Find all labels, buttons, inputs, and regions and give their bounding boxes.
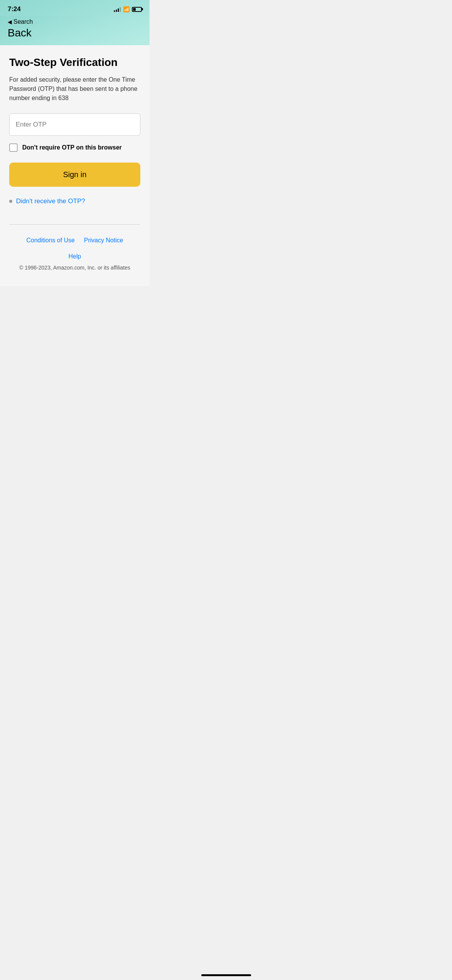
otp-resend-row: Didn't receive the OTP? [9, 197, 140, 205]
help-link[interactable]: Help [69, 253, 81, 260]
privacy-link[interactable]: Privacy Notice [84, 237, 123, 244]
search-back: ◀ Search [8, 18, 142, 25]
description-text: For added security, please enter the One… [9, 75, 140, 103]
otp-checkbox-label: Don't require OTP on this browser [22, 144, 122, 151]
search-label: Search [13, 18, 33, 25]
otp-checkbox[interactable] [9, 143, 18, 152]
copyright-text: © 1996-2023, Amazon.com, Inc. or its aff… [17, 265, 133, 271]
back-button[interactable]: Back [8, 27, 142, 39]
bullet-icon [9, 200, 12, 203]
wifi-icon: 📶 [123, 6, 130, 12]
signal-icon [114, 7, 121, 12]
status-icons: 📶 [114, 6, 142, 12]
chevron-left-icon: ◀ [8, 19, 12, 25]
otp-checkbox-row: Don't require OTP on this browser [9, 143, 140, 152]
main-content: Two-Step Verification For added security… [0, 45, 150, 286]
status-bar: 7:24 📶 [0, 0, 150, 16]
signin-button[interactable]: Sign in [9, 163, 140, 187]
otp-input[interactable] [9, 113, 140, 136]
divider [9, 224, 140, 225]
footer-links: Conditions of Use Privacy Notice Help [17, 237, 133, 260]
page-title: Two-Step Verification [9, 56, 140, 69]
battery-icon [132, 7, 142, 12]
otp-resend-link[interactable]: Didn't receive the OTP? [16, 197, 85, 205]
conditions-link[interactable]: Conditions of Use [26, 237, 75, 244]
status-time: 7:24 [8, 5, 21, 13]
footer: Conditions of Use Privacy Notice Help © … [9, 237, 140, 271]
nav-bar: ◀ Search Back [0, 16, 150, 45]
